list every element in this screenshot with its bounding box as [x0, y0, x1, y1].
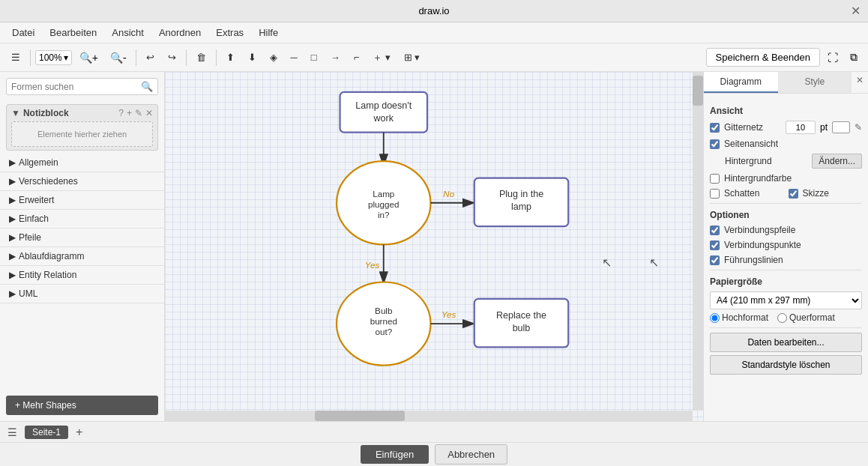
delete-button[interactable]: 🗑: [191, 49, 211, 66]
seitenansicht-checkbox[interactable]: [710, 139, 720, 149]
menu-bearbeiten[interactable]: Bearbeiten: [43, 25, 103, 40]
daten-bearbeiten-button[interactable]: Daten bearbeiten...: [710, 333, 862, 352]
verbindungspfeile-checkbox[interactable]: [710, 226, 720, 235]
category-expand-icon: ▶: [9, 214, 16, 224]
page-menu-icon[interactable]: ☰: [6, 426, 19, 438]
verbindungspunkte-checkbox[interactable]: [710, 240, 720, 250]
menu-datei[interactable]: Datei: [6, 25, 40, 40]
category-entity-relation[interactable]: ▶ Entity Relation: [0, 266, 164, 285]
cancel-button[interactable]: Abbrechen: [435, 444, 507, 465]
svg-text:Yes: Yes: [365, 260, 380, 270]
search-icon: 🔍: [141, 81, 153, 92]
sidebar-toggle-button[interactable]: ☰: [6, 49, 25, 66]
category-erweitert[interactable]: ▶ Erweitert: [0, 191, 164, 210]
zoom-dropdown-icon[interactable]: ▾: [64, 52, 68, 63]
zoom-control[interactable]: 100% ▾: [35, 50, 72, 65]
save-button[interactable]: Speichern & Beenden: [706, 48, 820, 67]
notizblock-edit-icon[interactable]: ✎: [135, 108, 142, 118]
fullscreen-button[interactable]: ⛶: [823, 49, 843, 67]
page-tab[interactable]: Seite-1: [25, 426, 68, 439]
papiergroesse-select[interactable]: A4 (210 mm x 297 mm) A3 Letter Legal: [710, 291, 862, 309]
waypoint-button[interactable]: ⌐: [349, 49, 365, 66]
vertical-scrollbar[interactable]: [693, 72, 703, 411]
fuehrungslinien-checkbox[interactable]: [710, 255, 720, 265]
section-papiergroesse-title: Papiergröße: [710, 276, 862, 287]
line-button[interactable]: ─: [286, 49, 303, 66]
zoom-in-button[interactable]: 🔍+: [75, 49, 103, 67]
tab-style[interactable]: Style: [778, 72, 852, 93]
schatten-checkbox[interactable]: [710, 189, 720, 199]
separator-3: [186, 49, 187, 66]
canvas-container[interactable]: Lamp doesn't work Lamp plugged in? No Pl…: [165, 72, 703, 421]
notizblock-panel: ▼ Notizblock ? + ✎ ✕ Elemente hierher zi…: [6, 104, 158, 151]
menu-hilfe[interactable]: Hilfe: [253, 25, 284, 40]
svg-text:plugged: plugged: [368, 199, 399, 209]
hintergrundfarbe-label: Hintergrundfarbe: [724, 173, 862, 184]
hintergrundfarbe-checkbox[interactable]: [710, 174, 720, 184]
svg-text:burned: burned: [370, 316, 397, 326]
svg-text:Replace the: Replace the: [496, 310, 546, 321]
fuehrungslinien-row: Führungslinien: [710, 255, 862, 265]
close-button[interactable]: ✕: [851, 4, 861, 18]
svg-text:↖: ↖: [649, 255, 659, 269]
category-uml[interactable]: ▶ UML: [0, 285, 164, 303]
fuehrungslinien-label: Führungslinien: [724, 255, 862, 265]
category-einfach[interactable]: ▶ Einfach: [0, 210, 164, 229]
gitternetz-checkbox[interactable]: [710, 123, 720, 133]
horizontal-scroll-thumb[interactable]: [315, 411, 405, 421]
separator-2: [136, 49, 136, 66]
notizblock-add-icon[interactable]: +: [127, 108, 132, 118]
querformat-label[interactable]: Querformat: [777, 312, 835, 323]
separator-optionen: [710, 270, 862, 270]
hintergrund-btn[interactable]: Ändern...: [812, 154, 862, 169]
category-verschiedenes[interactable]: ▶ Verschiedenes: [0, 172, 164, 191]
menu-anordnen[interactable]: Anordnen: [153, 25, 207, 40]
title-bar: draw.io ✕: [0, 0, 868, 22]
toolbar: ☰ 100% ▾ 🔍+ 🔍- ↩ ↪ 🗑 ⬆ ⬇ ◈ ─ □ → ⌐ ＋ ▾ ⊞…: [0, 43, 868, 72]
panel-close-button[interactable]: ✕: [852, 72, 868, 93]
menu-ansicht[interactable]: Ansicht: [106, 25, 150, 40]
category-allgemein[interactable]: ▶ Allgemein: [0, 154, 164, 172]
redo-button[interactable]: ↪: [163, 49, 181, 66]
gitternetz-value[interactable]: 10: [786, 121, 816, 134]
category-ablaufdiagramm[interactable]: ▶ Ablaufdiagramm: [0, 247, 164, 266]
hochformat-label[interactable]: Hochformat: [710, 312, 768, 323]
insert-button[interactable]: Einfügen: [361, 445, 429, 464]
grid-edit-icon[interactable]: ✎: [855, 122, 862, 133]
horizontal-scrollbar[interactable]: [165, 411, 693, 421]
undo-button[interactable]: ↩: [141, 49, 160, 66]
menu-extras[interactable]: Extras: [210, 25, 250, 40]
vertical-scroll-thumb[interactable]: [693, 76, 703, 106]
standardstyle-loeschen-button[interactable]: Standardstyle löschen: [710, 355, 862, 375]
connector-button[interactable]: →: [325, 49, 346, 66]
more-shapes-button[interactable]: + Mehr Shapes: [6, 396, 158, 415]
menu-bar: Datei Bearbeiten Ansicht Anordnen Extras…: [0, 22, 868, 43]
zoom-out-button[interactable]: 🔍-: [106, 49, 131, 67]
querformat-radio[interactable]: [777, 313, 787, 323]
table-button[interactable]: ⊞ ▾: [399, 49, 426, 66]
to-back-button[interactable]: ⬇: [243, 49, 262, 66]
skizze-checkbox[interactable]: [789, 189, 798, 199]
tab-diagramm[interactable]: Diagramm: [704, 72, 778, 93]
verbindungspfeile-row: Verbindungspfeile: [710, 225, 862, 235]
insert-button[interactable]: ＋ ▾: [367, 48, 396, 67]
category-expand-icon: ▶: [9, 195, 16, 205]
svg-text:Lamp doesn't: Lamp doesn't: [355, 100, 412, 111]
add-page-button[interactable]: +: [74, 426, 84, 439]
gitternetz-unit: pt: [820, 122, 828, 133]
to-front-button[interactable]: ⬆: [221, 49, 240, 66]
fill-button[interactable]: ◈: [265, 49, 283, 66]
search-input[interactable]: [11, 82, 141, 92]
canvas[interactable]: Lamp doesn't work Lamp plugged in? No Pl…: [165, 72, 703, 421]
shape-button[interactable]: □: [306, 49, 322, 66]
notizblock-collapse-icon[interactable]: ▼: [11, 108, 20, 118]
notizblock-help-icon[interactable]: ?: [118, 108, 124, 118]
category-pfeile[interactable]: ▶ Pfeile: [0, 229, 164, 247]
panel-content: Ansicht Gitternetz 10 pt ✎ Seitenansicht…: [704, 94, 868, 421]
grid-color-box[interactable]: [832, 121, 850, 133]
search-box[interactable]: 🔍: [6, 78, 158, 95]
hochformat-radio[interactable]: [710, 313, 720, 323]
section-ansicht-title: Ansicht: [710, 106, 862, 116]
notizblock-close-icon[interactable]: ✕: [145, 108, 153, 118]
split-button[interactable]: ⧉: [846, 48, 862, 67]
